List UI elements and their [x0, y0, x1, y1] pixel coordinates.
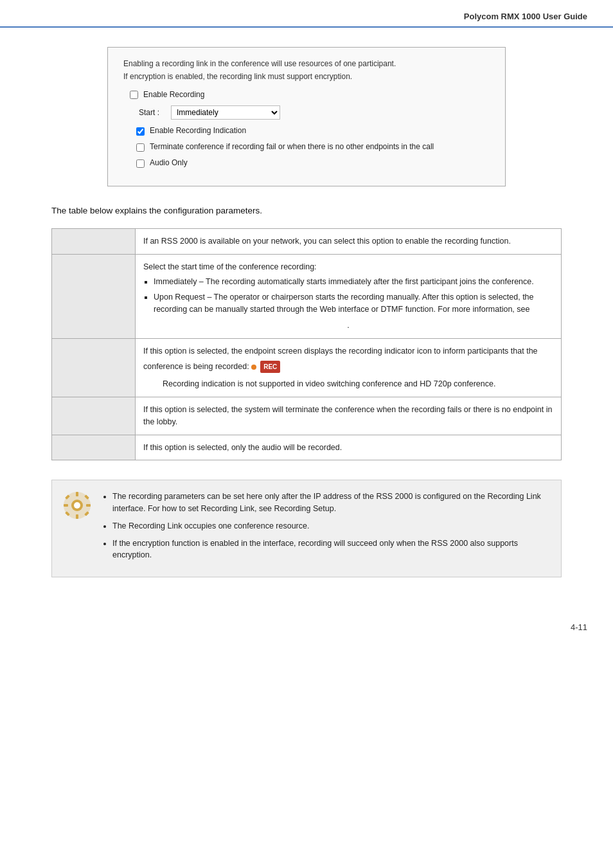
table-label-cell [52, 435, 136, 460]
table-row: If this option is selected, the system w… [52, 397, 562, 435]
enable-recording-indication-checkbox[interactable] [136, 127, 145, 136]
table-row: If this option is selected, only the aud… [52, 435, 562, 460]
enable-recording-row: Enable Recording [130, 90, 490, 99]
page-number: 4-11 [0, 616, 613, 638]
enable-recording-indication-label: Enable Recording Indication [150, 126, 246, 135]
svg-rect-5 [64, 504, 68, 507]
table-desc-cell: Select the start time of the conference … [136, 254, 562, 338]
row2-period: . [143, 320, 553, 332]
info-text-1: Enabling a recording link in the confere… [123, 59, 490, 68]
config-table: If an RSS 2000 is available on your netw… [51, 228, 562, 460]
note-item-3: If the encryption function is enabled in… [112, 538, 548, 562]
rec-badge: REC [260, 361, 280, 373]
note-box: The recording parameters can be set here… [51, 480, 562, 577]
row5-desc: If this option is selected, only the aud… [143, 443, 342, 452]
start-label: Start : [139, 108, 171, 117]
row2-list: Immediately – The recording automaticall… [154, 276, 553, 316]
svg-point-2 [74, 502, 80, 509]
enable-recording-label: Enable Recording [143, 90, 204, 99]
table-label-cell [52, 338, 136, 397]
note-item-1: The recording parameters can be set here… [112, 491, 548, 515]
svg-rect-6 [86, 504, 91, 507]
table-desc-cell: If this option is selected, the endpoint… [136, 338, 562, 397]
start-dropdown[interactable]: Immediately Upon Request [171, 105, 280, 120]
header-title: Polycom RMX 1000 User Guide [464, 12, 587, 21]
rec-dot-icon [251, 365, 256, 370]
table-desc-cell: If an RSS 2000 is available on your netw… [136, 229, 562, 255]
note-icon [62, 491, 92, 520]
row3-conference: conference is being recorded: REC [143, 361, 553, 373]
enable-recording-indication-row: Enable Recording Indication [136, 126, 490, 136]
row3-intro: If this option is selected, the endpoint… [143, 347, 538, 356]
intro-paragraph: The table below explains the configurati… [51, 206, 562, 215]
row4-desc: If this option is selected, the system w… [143, 405, 552, 426]
info-text-2: If encryption is enabled, the recording … [123, 72, 490, 81]
table-label-cell [52, 397, 136, 435]
page-number-text: 4-11 [571, 622, 587, 632]
audio-only-label: Audio Only [150, 158, 188, 167]
start-row: Start : Immediately Upon Request [139, 105, 490, 120]
note-list: The recording parameters can be set here… [102, 491, 548, 561]
table-desc-cell: If this option is selected, only the aud… [136, 435, 562, 460]
terminate-label: Terminate conference if recording fail o… [150, 142, 434, 151]
table-row: Select the start time of the conference … [52, 254, 562, 338]
svg-rect-3 [76, 492, 78, 496]
row3-note: Recording indication is not supported in… [163, 378, 553, 390]
main-content: Enabling a recording link in the confere… [0, 28, 613, 616]
list-item: Immediately – The recording automaticall… [154, 276, 553, 288]
audio-only-row: Audio Only [136, 158, 490, 168]
svg-rect-4 [76, 514, 78, 519]
table-row: If an RSS 2000 is available on your netw… [52, 229, 562, 255]
form-panel: Enabling a recording link in the confere… [107, 47, 506, 186]
table-row: If this option is selected, the endpoint… [52, 338, 562, 397]
row1-desc: If an RSS 2000 is available on your netw… [143, 237, 511, 246]
table-label-cell [52, 229, 136, 255]
table-label-cell [52, 254, 136, 338]
audio-only-checkbox[interactable] [136, 159, 145, 168]
terminate-checkbox[interactable] [136, 143, 145, 152]
terminate-row: Terminate conference if recording fail o… [136, 142, 490, 152]
row2-intro: Select the start time of the conference … [143, 262, 317, 271]
enable-recording-checkbox[interactable] [130, 91, 138, 99]
note-content: The recording parameters can be set here… [102, 491, 548, 566]
note-item-2: The Recording Link occupies one conferen… [112, 520, 548, 532]
page-header: Polycom RMX 1000 User Guide [0, 0, 613, 28]
list-item: Upon Request – The operator or chairpers… [154, 291, 553, 316]
table-desc-cell: If this option is selected, the system w… [136, 397, 562, 435]
